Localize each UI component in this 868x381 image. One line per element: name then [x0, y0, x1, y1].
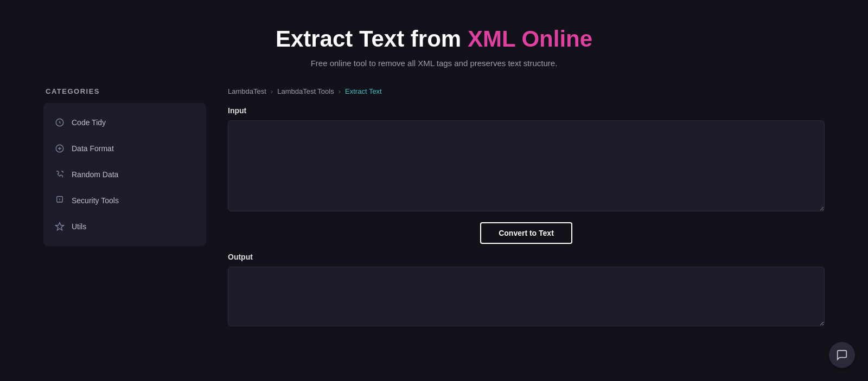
breadcrumb-lambdatest-tools[interactable]: LambdaTest Tools — [277, 87, 334, 95]
sidebar-item-utils[interactable]: Utils — [43, 214, 206, 240]
sidebar-card: Code Tidy Data Format — [43, 103, 206, 246]
input-textarea[interactable] — [228, 120, 825, 211]
sidebar-item-label: Data Format — [72, 144, 114, 153]
sidebar-item-label: Code Tidy — [72, 118, 106, 127]
data-format-icon — [54, 143, 65, 154]
page-subtitle: Free online tool to remove all XML tags … — [11, 59, 857, 68]
breadcrumb-current: Extract Text — [345, 87, 382, 95]
breadcrumb: LambdaTest › LambdaTest Tools › Extract … — [228, 87, 825, 95]
sidebar-item-label: Random Data — [72, 170, 118, 179]
output-textarea[interactable] — [228, 267, 825, 326]
random-data-icon — [54, 169, 65, 180]
breadcrumb-sep-1: › — [271, 87, 273, 95]
button-row: Convert to Text — [228, 222, 825, 244]
main-layout: CATEGORIES Code Tidy — [0, 87, 868, 328]
chat-icon — [836, 349, 848, 361]
security-tools-icon — [54, 195, 65, 206]
sidebar-item-code-tidy[interactable]: Code Tidy — [43, 109, 206, 135]
output-label: Output — [228, 253, 825, 261]
chat-bubble[interactable] — [829, 342, 855, 368]
breadcrumb-lambdatest[interactable]: LambdaTest — [228, 87, 266, 95]
content-area: LambdaTest › LambdaTest Tools › Extract … — [228, 87, 825, 328]
convert-button[interactable]: Convert to Text — [480, 222, 572, 244]
header: Extract Text from XML Online Free online… — [0, 0, 868, 87]
svg-marker-3 — [56, 223, 64, 230]
categories-label: CATEGORIES — [43, 87, 206, 95]
breadcrumb-sep-2: › — [339, 87, 341, 95]
page-title: Extract Text from XML Online — [11, 26, 857, 52]
sidebar-item-security-tools[interactable]: Security Tools — [43, 188, 206, 214]
sidebar-item-random-data[interactable]: Random Data — [43, 162, 206, 188]
code-tidy-icon — [54, 117, 65, 128]
sidebar-item-label: Utils — [72, 222, 86, 231]
input-label: Input — [228, 106, 825, 115]
sidebar-item-label: Security Tools — [72, 196, 119, 205]
sidebar: CATEGORIES Code Tidy — [43, 87, 206, 246]
utils-icon — [54, 221, 65, 232]
title-highlight: XML Online — [468, 26, 592, 51]
title-plain: Extract Text from — [276, 26, 468, 51]
sidebar-item-data-format[interactable]: Data Format — [43, 135, 206, 162]
